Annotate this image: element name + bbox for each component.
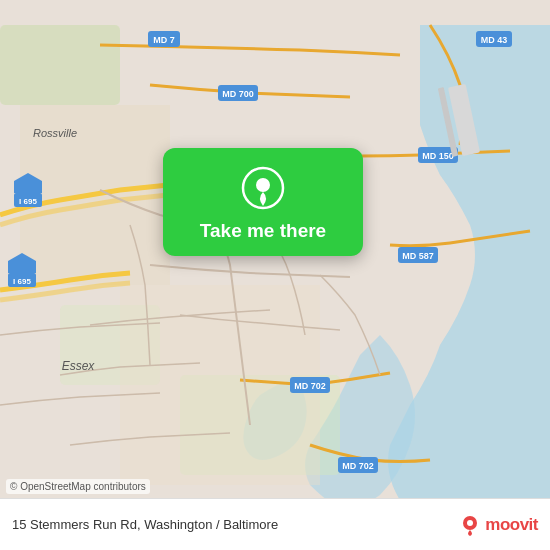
map-container: MD 7 MD 43 MD 700 MD 150 MD 587 MD 702 M… [0,0,550,550]
svg-text:MD 7: MD 7 [153,35,175,45]
svg-point-32 [467,520,473,526]
card-label: Take me there [200,220,326,242]
moovit-logo: moovit [459,514,538,536]
svg-rect-0 [0,25,120,105]
map-svg: MD 7 MD 43 MD 700 MD 150 MD 587 MD 702 M… [0,0,550,550]
svg-text:MD 43: MD 43 [481,35,508,45]
osm-attribution: © OpenStreetMap contributors [6,479,150,494]
address-text: 15 Stemmers Run Rd, Washington / Baltimo… [12,517,278,532]
svg-text:Rossville: Rossville [33,127,77,139]
svg-text:I 695: I 695 [13,277,31,286]
moovit-pin-icon [459,514,481,536]
svg-text:MD 587: MD 587 [402,251,434,261]
svg-text:I 695: I 695 [19,197,37,206]
moovit-name: moovit [485,515,538,535]
svg-point-30 [256,178,270,192]
svg-text:MD 700: MD 700 [222,89,254,99]
take-me-there-card[interactable]: Take me there [163,148,363,256]
location-pin-icon [241,166,285,210]
svg-text:MD 702: MD 702 [342,461,374,471]
svg-text:Essex: Essex [62,359,96,373]
svg-text:MD 150: MD 150 [422,151,454,161]
bottom-bar: 15 Stemmers Run Rd, Washington / Baltimo… [0,498,550,550]
svg-text:MD 702: MD 702 [294,381,326,391]
